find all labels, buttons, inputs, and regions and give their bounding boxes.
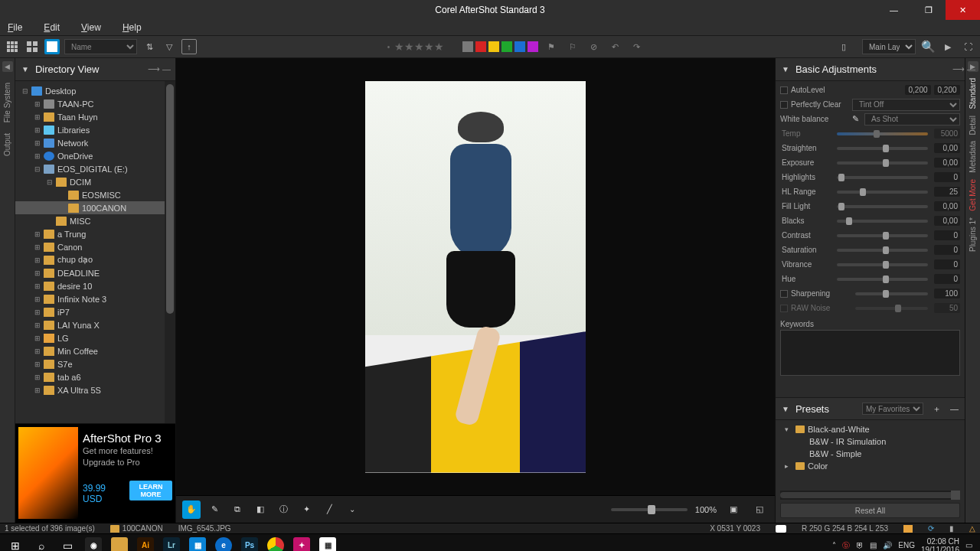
fullscreen-icon[interactable]: ⛶ xyxy=(960,39,975,54)
presets-filter[interactable]: My Favorites xyxy=(862,403,923,415)
rail-tab-filesystem[interactable]: File System xyxy=(3,83,11,122)
tree-item[interactable]: ⊞S7e xyxy=(15,357,175,370)
flag-off-icon[interactable]: ⚐ xyxy=(569,42,581,52)
view-grid-large-icon[interactable] xyxy=(24,39,40,54)
adj-slider[interactable] xyxy=(837,132,928,135)
crop-tool-icon[interactable]: ⧉ xyxy=(228,500,247,519)
lightroom-icon[interactable]: Lr xyxy=(159,534,184,552)
tree-item[interactable]: ⊟EOS_DIGITAL (E:) xyxy=(15,162,175,175)
preset-add-icon[interactable]: ＋ xyxy=(933,403,941,415)
pin-icon[interactable]: ⟶ — xyxy=(952,64,975,74)
adj-value[interactable]: 0 xyxy=(934,259,960,269)
adj-value[interactable]: 0,00 xyxy=(934,201,960,211)
tree-item[interactable]: ⊞desire 10 xyxy=(15,279,175,292)
autolevel-check[interactable] xyxy=(780,86,788,94)
tray-volume-icon[interactable]: 🔊 xyxy=(883,541,892,549)
brush-tool-icon[interactable]: ╱ xyxy=(320,500,338,519)
actual-size-icon[interactable]: ◱ xyxy=(750,500,769,519)
tree-item[interactable]: ⊞Canon xyxy=(15,240,175,253)
label-green[interactable] xyxy=(501,41,512,52)
adj-slider[interactable] xyxy=(837,176,928,179)
maximize-button[interactable]: ❐ xyxy=(911,0,946,20)
sort-direction-icon[interactable]: ⇅ xyxy=(142,39,157,54)
straighten-tool-icon[interactable]: ◧ xyxy=(251,500,270,519)
steam-icon[interactable]: ◉ xyxy=(81,534,106,552)
upload-icon[interactable]: ↑ xyxy=(181,39,197,54)
tree-item[interactable]: EOSMISC xyxy=(15,188,175,201)
illustrator-icon[interactable]: Ai xyxy=(133,534,158,552)
adj-slider[interactable] xyxy=(837,234,928,237)
sharpening-value[interactable]: 100 xyxy=(934,289,960,298)
edge-icon[interactable]: e xyxy=(211,534,236,552)
preset-item[interactable]: B&W - Simple xyxy=(780,448,960,460)
adj-slider[interactable] xyxy=(837,161,928,165)
promo-banner[interactable]: AfterShot Pro 3 Get more features! Upgra… xyxy=(15,423,175,523)
menu-view[interactable]: View xyxy=(81,22,101,33)
explorer-icon[interactable] xyxy=(107,534,132,552)
rail-tab-getmore[interactable]: Get More xyxy=(969,179,977,211)
adj-value[interactable]: 0,00 xyxy=(934,158,960,168)
rail-tab-metadata[interactable]: Metadata xyxy=(969,141,977,173)
tree-item[interactable]: ⊞OneDrive xyxy=(15,149,175,162)
reset-all-button[interactable]: Reset All xyxy=(780,503,960,518)
preset-item[interactable]: B&W - IR Simulation xyxy=(780,435,960,448)
status-warning-icon[interactable] xyxy=(903,525,913,533)
sharpening-slider[interactable] xyxy=(855,292,928,295)
start-button[interactable]: ⊞ xyxy=(3,534,28,552)
no-icon[interactable]: ⊘ xyxy=(590,42,603,52)
tree-item[interactable]: ⊞Taan Huyn xyxy=(15,110,175,123)
tray-beats-icon[interactable]: ⓑ xyxy=(842,540,850,551)
tree-item[interactable]: ⊞XA Ultra 5S xyxy=(15,383,175,396)
tree-item[interactable]: ⊞a Trung xyxy=(15,227,175,240)
tree-item[interactable]: ⊞Network xyxy=(15,136,175,149)
tree-item[interactable]: ⊞iP7 xyxy=(15,305,175,318)
rawnoise-value[interactable]: 50 xyxy=(934,303,960,313)
presets-list[interactable]: ▾Black-and-WhiteB&W - IR SimulationB&W -… xyxy=(776,420,965,489)
wb-picker-icon[interactable]: ✎ xyxy=(849,110,861,129)
pin-icon[interactable]: ⟶ — xyxy=(148,64,171,74)
preset-item[interactable]: ▾Black-and-White xyxy=(780,423,960,435)
perfclear-select[interactable]: Tint Off xyxy=(852,99,960,111)
preset-item[interactable]: ▸Color xyxy=(780,460,960,472)
tray-defender-icon[interactable]: ⛨ xyxy=(856,541,864,549)
menu-help[interactable]: Help xyxy=(122,22,142,33)
adj-slider[interactable] xyxy=(837,278,928,281)
adj-value[interactable]: 0,00 xyxy=(934,143,960,153)
wb-select[interactable]: As Shot xyxy=(864,113,960,126)
tree-item[interactable]: ⊞DEADLINE xyxy=(15,266,175,279)
redo-icon[interactable]: ↷ xyxy=(633,42,645,52)
tree-item[interactable]: ⊟DCIM xyxy=(15,175,175,188)
adj-value[interactable]: 5000 xyxy=(934,129,960,139)
adj-slider[interactable] xyxy=(837,220,928,223)
adj-slider[interactable] xyxy=(837,249,928,252)
search-icon[interactable]: 🔍 xyxy=(920,39,936,54)
perfclear-check[interactable] xyxy=(780,101,788,109)
photos-icon[interactable]: ▦ xyxy=(185,534,210,552)
collapse-left-icon[interactable]: ◀ xyxy=(2,61,13,72)
rating-stars[interactable]: ★★★★★ xyxy=(394,41,444,53)
menu-file[interactable]: File xyxy=(8,22,22,33)
menu-edit[interactable]: Edit xyxy=(44,22,60,33)
tree-item[interactable]: ⊞Libraries xyxy=(15,123,175,136)
imageviewer-icon[interactable]: ▦ xyxy=(315,534,340,552)
slideshow-icon[interactable]: ▶ xyxy=(940,39,956,54)
autolevel-val-a[interactable]: 0,200 xyxy=(905,85,931,95)
redeye-tool-icon[interactable]: ⓘ xyxy=(274,500,292,519)
minimize-button[interactable]: — xyxy=(877,0,911,20)
rail-tab-output[interactable]: Output xyxy=(3,133,11,156)
sort-select[interactable]: Name xyxy=(64,39,137,54)
tray-expand-icon[interactable]: ˄ xyxy=(832,541,836,549)
tray-notifications-icon[interactable]: ▭ xyxy=(965,541,972,549)
tree-item[interactable]: 100CANON xyxy=(15,201,175,214)
view-single-icon[interactable] xyxy=(44,39,60,54)
taskview-icon[interactable]: ▭ xyxy=(55,534,80,552)
adj-slider[interactable] xyxy=(837,191,928,194)
adj-value[interactable]: 25 xyxy=(934,187,960,197)
tree-item[interactable]: ⊞LG xyxy=(15,331,175,344)
adj-value[interactable]: 0,00 xyxy=(934,216,960,226)
tree-item[interactable]: ⊞tab a6 xyxy=(15,370,175,383)
label-red[interactable] xyxy=(475,41,486,52)
presets-header[interactable]: ▼ Presets My Favorites ＋ — xyxy=(776,397,965,420)
more-tools-icon[interactable]: ⌄ xyxy=(343,500,361,519)
layers-icon[interactable]: ▯ xyxy=(836,39,851,54)
